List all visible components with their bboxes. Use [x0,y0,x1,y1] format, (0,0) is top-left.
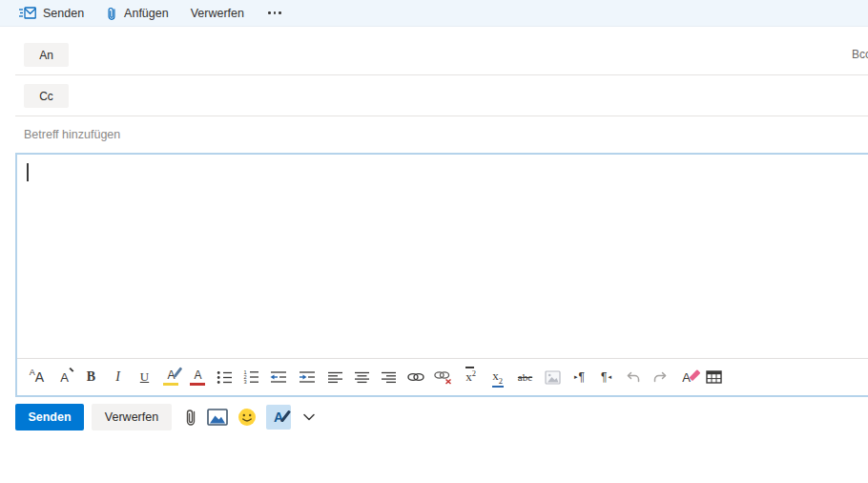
bcc-link[interactable]: Bcc [852,48,868,61]
attach-file-icon[interactable] [184,408,197,427]
emoji-icon[interactable] [238,408,257,427]
to-button[interactable]: An [24,43,69,67]
paragraph-rtl-icon[interactable]: ¶◂ [597,366,615,388]
insert-link-icon[interactable] [406,366,424,388]
superscript-icon[interactable]: x2 [462,366,480,388]
message-body-input[interactable] [17,155,868,358]
paperclip-icon [106,6,117,21]
redo-icon[interactable] [651,366,669,388]
font-name-icon[interactable]: AA [27,366,47,388]
insert-table-icon[interactable] [704,366,724,388]
message-editor: AA A B I U A A [15,153,868,397]
send-button-top[interactable]: Senden [19,7,84,20]
align-center-icon[interactable] [353,366,371,388]
font-color-icon[interactable]: A [189,366,207,388]
formatting-options-toggle[interactable]: A [266,405,291,430]
insert-image-icon[interactable] [544,366,562,388]
discard-button-top[interactable]: Verwerfen [191,7,244,20]
remove-link-icon[interactable] [433,366,453,388]
compose-toolbar: Senden Anfügen Verwerfen [0,0,868,27]
attach-button-top[interactable]: Anfügen [106,6,169,21]
send-icon [19,7,36,19]
divider-to [15,74,868,75]
insert-picture-icon[interactable] [207,408,228,427]
increase-indent-icon[interactable] [298,366,318,388]
text-highlight-icon[interactable]: A [162,366,180,388]
divider-cc [15,116,868,116]
bullet-list-icon[interactable] [216,366,234,388]
bold-icon[interactable]: B [82,366,100,388]
discard-button[interactable]: Verwerfen [92,404,172,430]
strikethrough-icon[interactable]: abc [515,366,535,388]
undo-icon[interactable] [624,366,642,388]
more-options-icon[interactable] [266,8,283,18]
decrease-indent-icon[interactable] [269,366,289,388]
paragraph-ltr-icon[interactable]: ▸¶ [570,366,589,388]
send-label: Senden [43,7,84,20]
formatting-toolbar: AA A B I U A A [17,358,868,395]
italic-icon[interactable]: I [109,366,127,388]
clear-formatting-icon[interactable]: A [677,366,695,388]
text-caret [27,163,29,181]
cc-button[interactable]: Cc [24,84,69,108]
numbered-list-icon[interactable]: 1 2 3 [242,366,260,388]
subscript-icon[interactable]: x2 [488,366,506,388]
font-size-icon[interactable]: A [55,366,73,388]
svg-text:3: 3 [244,379,247,385]
compose-footer: Senden Verwerfen A [15,404,315,430]
chevron-down-icon[interactable] [303,413,315,421]
subject-input[interactable] [24,124,520,145]
discard-label: Verwerfen [191,7,244,20]
underline-icon[interactable]: U [135,366,154,388]
send-button[interactable]: Senden [15,404,84,430]
align-left-icon[interactable] [326,366,344,388]
align-right-icon[interactable] [380,366,398,388]
attach-label: Anfügen [124,7,169,20]
